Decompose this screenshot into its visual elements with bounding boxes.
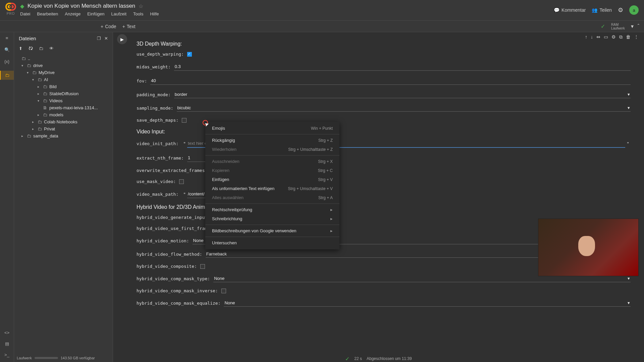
cm-inspect[interactable]: Untersuchen bbox=[205, 238, 339, 247]
title-block: ◆ Kopie von Kopie von Mensch altern lass… bbox=[20, 3, 554, 16]
tree-video-file[interactable]: 🗎pexels-maxi-leiva-1314... bbox=[17, 104, 110, 111]
drive-icon: ◆ bbox=[20, 3, 24, 9]
label-video-mask-path: video_mask_path: bbox=[137, 192, 182, 197]
star-icon[interactable]: ☆ bbox=[139, 3, 143, 9]
tree-stable[interactable]: ▸🗀StableDiffusion bbox=[17, 90, 110, 97]
select-padding-mode[interactable]: border▾ bbox=[174, 91, 631, 98]
share-icon: 👥 bbox=[592, 7, 597, 13]
refresh-icon[interactable]: 🗘 bbox=[29, 46, 33, 51]
run-cell-button[interactable]: ▶ bbox=[117, 34, 127, 44]
cm-spellcheck[interactable]: Rechtschreibprüfung▸ bbox=[205, 205, 339, 214]
menu-anzeige[interactable]: Anzeige bbox=[65, 11, 80, 16]
chevron-down-icon: ▾ bbox=[628, 300, 630, 305]
file-panel-title: Dateien bbox=[19, 36, 36, 41]
cm-img-desc[interactable]: Bildbeschreibungen von Google verwenden▸ bbox=[205, 226, 339, 235]
footer-label: Laufwerk bbox=[17, 356, 32, 360]
notebook-toolbar: +Code +Text ✓ RAM Laufwerk ▾ ˆ bbox=[0, 21, 644, 32]
tree-drive[interactable]: ▾🗀drive bbox=[17, 62, 110, 69]
cm-cut[interactable]: AusschneidenStrg + X bbox=[205, 157, 339, 166]
kommentar-label: Kommentar bbox=[561, 7, 586, 13]
menu-datei[interactable]: Datei bbox=[20, 11, 30, 16]
status-check-icon: ✓ bbox=[345, 356, 350, 362]
label-hybrid-generate-input: hybrid_video_generate_input bbox=[137, 215, 211, 220]
settings-cell-icon[interactable]: ⚙ bbox=[611, 34, 616, 40]
menu-laufzeit[interactable]: Laufzeit bbox=[111, 11, 127, 16]
menu-hilfe[interactable]: Hilfe bbox=[150, 11, 159, 16]
resource-indicator[interactable]: RAM Laufwerk bbox=[609, 22, 627, 31]
document-title[interactable]: Kopie von Kopie von Mensch altern lassen bbox=[28, 3, 135, 9]
chevron-down-icon: ▾ bbox=[628, 92, 630, 97]
add-code-button[interactable]: +Code bbox=[101, 24, 116, 29]
cm-redo[interactable]: WiederholenStrg + Umschalttaste + Z bbox=[205, 145, 339, 154]
upload-icon[interactable]: ⬆ bbox=[19, 46, 22, 51]
input-fov[interactable] bbox=[150, 77, 631, 85]
file-tree: 🗀.. ▾🗀drive ▾🗀MyDrive ▾🗀AI ▸🗀Bild ▸🗀Stab… bbox=[17, 55, 110, 139]
select-sampling-mode[interactable]: bicubic▾ bbox=[177, 104, 631, 112]
delete-cell-icon[interactable]: 🗑 bbox=[626, 34, 631, 40]
tree-mydrive[interactable]: ▾🗀MyDrive bbox=[17, 69, 110, 76]
tree-dots[interactable]: 🗀.. bbox=[17, 55, 110, 62]
cm-direction[interactable]: Schreibrichtung▸ bbox=[205, 214, 339, 223]
colab-logo[interactable] bbox=[5, 3, 16, 11]
checkbox-use-depth-warping[interactable] bbox=[187, 52, 192, 57]
kommentar-button[interactable]: 💬 Kommentar bbox=[554, 7, 586, 13]
new-window-icon[interactable]: ❐ bbox=[97, 36, 101, 41]
menu-icon[interactable]: ≡ bbox=[6, 36, 8, 41]
tree-bild[interactable]: ▸🗀Bild bbox=[17, 83, 110, 90]
form-area: 3D Depth Warping: use_depth_warping: mid… bbox=[113, 32, 644, 326]
tree-colab[interactable]: ▸🗀Colab Notebooks bbox=[17, 118, 110, 125]
move-up-icon[interactable]: ↑ bbox=[585, 34, 587, 40]
cm-paste[interactable]: EinfügenStrg + V bbox=[205, 175, 339, 184]
variables-icon[interactable]: {x} bbox=[4, 59, 9, 64]
menu-tools[interactable]: Tools bbox=[133, 11, 143, 16]
tree-privat[interactable]: ▸🗀Privat bbox=[17, 125, 110, 132]
link-icon[interactable]: ⇔ bbox=[596, 34, 600, 40]
terminal2-icon[interactable]: >_ bbox=[4, 352, 9, 357]
mount-drive-icon[interactable]: 🗀 bbox=[39, 46, 43, 51]
code-icon[interactable]: <> bbox=[4, 330, 9, 335]
input-extract-nth-frame[interactable] bbox=[187, 154, 207, 162]
cm-copy[interactable]: KopierenStrg + C bbox=[205, 166, 339, 175]
hidden-icon[interactable]: 👁 bbox=[49, 46, 54, 51]
search-icon[interactable]: 🔍 bbox=[4, 47, 10, 52]
checkbox-save-depth-maps[interactable] bbox=[182, 118, 186, 123]
move-down-icon[interactable]: ↓ bbox=[591, 34, 593, 40]
checkbox-use-mask-video[interactable] bbox=[179, 179, 184, 184]
more-icon[interactable]: ⋮ bbox=[634, 34, 639, 40]
checkbox-hybrid-mask-inverse[interactable] bbox=[221, 289, 226, 293]
input-midas-weight[interactable] bbox=[174, 63, 631, 71]
gear-icon[interactable]: ⚙ bbox=[618, 6, 623, 14]
comment-cell-icon[interactable]: ▭ bbox=[604, 34, 608, 40]
status-done: Abgeschlossen um 11:39 bbox=[367, 356, 412, 361]
cm-undo[interactable]: RückgängigStrg + Z bbox=[205, 136, 339, 145]
cm-emojis[interactable]: EmojisWin + Punkt bbox=[205, 124, 339, 133]
label-save-depth-maps: save_depth_maps: bbox=[137, 118, 182, 123]
checkbox-hybrid-composite[interactable] bbox=[200, 264, 205, 269]
mirror-icon[interactable]: ⧉ bbox=[619, 34, 623, 40]
disk-usage-bar bbox=[35, 357, 58, 359]
terminal-icon[interactable]: ▤ bbox=[5, 341, 9, 346]
menu-einfuegen[interactable]: Einfügen bbox=[87, 11, 104, 16]
menu-bearbeiten[interactable]: Bearbeiten bbox=[37, 11, 58, 16]
avatar[interactable]: a bbox=[629, 5, 639, 15]
close-icon[interactable]: ✕ bbox=[104, 36, 108, 41]
file-panel-footer: Laufwerk 143.50 GB verfügbar bbox=[17, 356, 110, 360]
label-hybrid-flow: hybrid_video_flow_method: bbox=[137, 252, 206, 257]
files-tab[interactable]: 🗀 bbox=[0, 71, 14, 80]
dropdown-icon[interactable]: ▾ bbox=[631, 23, 634, 29]
tree-videos[interactable]: ▾🗀Videos bbox=[17, 97, 110, 104]
tree-models[interactable]: ▸🗀models bbox=[17, 111, 110, 118]
label-fov: fov: bbox=[137, 78, 150, 83]
caret-up-icon[interactable]: ˆ bbox=[638, 23, 639, 29]
tree-ai[interactable]: ▾🗀AI bbox=[17, 76, 110, 83]
cm-paste-plain[interactable]: Als unformatierten Text einfügenStrg + U… bbox=[205, 184, 339, 193]
add-text-button[interactable]: +Text bbox=[122, 24, 136, 29]
select-hybrid-mask-equalize[interactable]: None▾ bbox=[224, 299, 631, 307]
cm-select-all[interactable]: Alles auswählenStrg + A bbox=[205, 193, 339, 202]
label-video-init-path: video_init_path: bbox=[137, 141, 182, 146]
tree-sample[interactable]: ▸🗀sample_data bbox=[17, 132, 110, 139]
label-padding-mode: padding_mode: bbox=[137, 92, 174, 97]
teilen-button[interactable]: 👥 Teilen bbox=[592, 7, 612, 13]
chevron-down-icon: ▾ bbox=[628, 105, 630, 110]
label-extract-nth-frame: extract_nth_frame: bbox=[137, 156, 187, 161]
